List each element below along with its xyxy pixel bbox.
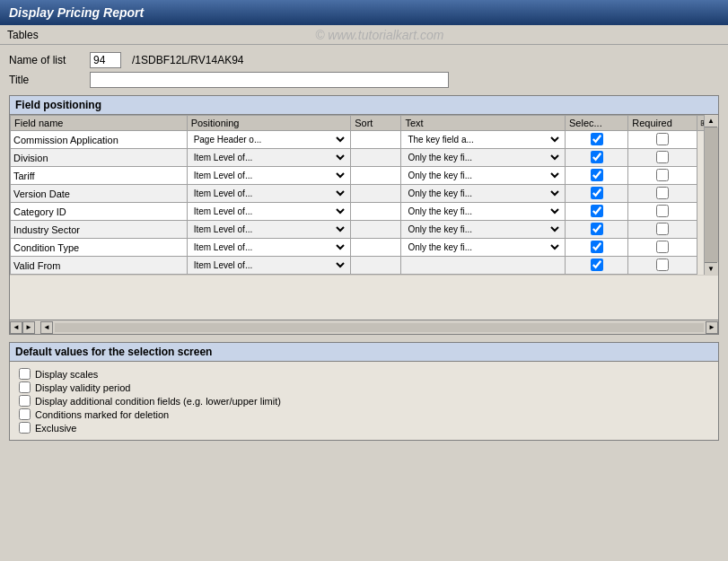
cell-required[interactable] xyxy=(628,185,697,203)
selected-checkbox[interactable] xyxy=(591,259,603,271)
menu-item-tables[interactable]: Tables xyxy=(7,29,39,41)
default-checkbox[interactable] xyxy=(19,395,31,407)
default-checkbox[interactable] xyxy=(19,368,31,380)
positioning-select[interactable]: Item Level of... xyxy=(190,206,348,217)
required-checkbox[interactable] xyxy=(656,241,669,253)
selected-checkbox[interactable] xyxy=(591,223,603,235)
positioning-select[interactable]: Page Header o... xyxy=(190,134,348,145)
cell-required[interactable] xyxy=(628,149,697,167)
required-checkbox[interactable] xyxy=(656,205,669,217)
cell-positioning[interactable]: Page Header o... xyxy=(187,131,351,149)
selected-checkbox[interactable] xyxy=(591,205,603,217)
selected-checkbox[interactable] xyxy=(591,133,603,145)
cell-sort xyxy=(351,167,401,185)
scroll-down-btn[interactable]: ▼ xyxy=(705,262,717,275)
text-select[interactable]: Only the key fi... xyxy=(404,241,562,253)
positioning-select[interactable]: Item Level of... xyxy=(190,224,348,235)
col-header-sort: Sort xyxy=(351,116,401,131)
horizontal-scroll[interactable]: ◄ ► ◄ ► xyxy=(10,320,718,334)
positioning-select[interactable]: Item Level of... xyxy=(190,152,348,163)
cell-positioning[interactable]: Item Level of... xyxy=(187,185,351,203)
cell-required[interactable] xyxy=(628,239,697,257)
default-checkbox-row: Display additional condition fields (e.g… xyxy=(10,394,718,408)
title-bar: Display Pricing Report xyxy=(0,0,728,25)
table-row: TariffItem Level of...Only the key fi... xyxy=(11,167,718,185)
cell-selected[interactable] xyxy=(566,149,628,167)
cell-required[interactable] xyxy=(628,203,697,221)
cell-positioning[interactable]: Item Level of... xyxy=(187,257,351,275)
default-checkbox[interactable] xyxy=(19,381,31,393)
default-checkbox[interactable] xyxy=(19,408,31,420)
required-checkbox[interactable] xyxy=(656,151,669,163)
positioning-select[interactable]: Item Level of... xyxy=(190,188,348,199)
cell-selected[interactable] xyxy=(566,257,628,275)
text-select[interactable]: Only the key fi... xyxy=(404,224,562,235)
cell-positioning[interactable]: Item Level of... xyxy=(187,239,351,257)
cell-text[interactable]: Only the key fi... xyxy=(401,149,566,167)
cell-text[interactable] xyxy=(401,257,566,275)
h-scroll-left-btn[interactable]: ◄ xyxy=(40,321,53,334)
cell-text[interactable]: Only the key fi... xyxy=(401,185,566,203)
cell-sort xyxy=(351,257,401,275)
positioning-select[interactable]: Item Level of... xyxy=(190,170,348,181)
default-values-header: Default values for the selection screen xyxy=(10,343,718,362)
cell-text[interactable]: Only the key fi... xyxy=(401,203,566,221)
cell-selected[interactable] xyxy=(566,203,628,221)
table-row: DivisionItem Level of...Only the key fi.… xyxy=(11,149,718,167)
cell-positioning[interactable]: Item Level of... xyxy=(187,149,351,167)
cell-sort xyxy=(351,131,401,149)
table-row: Commission ApplicationPage Header o...Th… xyxy=(11,131,718,149)
required-checkbox[interactable] xyxy=(656,187,669,199)
cell-sort xyxy=(351,203,401,221)
required-checkbox[interactable] xyxy=(656,133,669,145)
default-checkbox[interactable] xyxy=(19,422,31,434)
text-select[interactable]: Only the key fi... xyxy=(404,170,562,181)
cell-sort xyxy=(351,221,401,239)
h-scroll-right-btn[interactable]: ► xyxy=(706,321,718,334)
name-of-list-path: /1SDBF12L/RV14AK94 xyxy=(132,54,244,66)
h-scroll-left-nav[interactable]: ◄ xyxy=(10,321,22,334)
window-title: Display Pricing Report xyxy=(9,5,144,20)
text-select[interactable]: Only the key fi... xyxy=(404,206,562,217)
positioning-select[interactable]: Item Level of... xyxy=(190,259,348,271)
cell-selected[interactable] xyxy=(566,239,628,257)
scroll-up-btn[interactable]: ▲ xyxy=(705,115,717,127)
name-of-list-input[interactable] xyxy=(90,52,121,68)
cell-text[interactable]: Only the key fi... xyxy=(401,167,566,185)
cell-fieldname: Valid From xyxy=(11,257,188,275)
cell-positioning[interactable]: Item Level of... xyxy=(187,203,351,221)
cell-required[interactable] xyxy=(628,131,697,149)
cell-selected[interactable] xyxy=(566,185,628,203)
text-select[interactable]: Only the key fi... xyxy=(404,152,562,163)
cell-text[interactable]: Only the key fi... xyxy=(401,239,566,257)
default-checkbox-label: Exclusive xyxy=(35,423,76,434)
text-select[interactable]: Only the key fi... xyxy=(404,188,562,199)
positioning-select[interactable]: Item Level of... xyxy=(190,241,348,253)
default-checkbox-row: Exclusive xyxy=(10,421,718,434)
cell-text[interactable]: The key field a... xyxy=(401,131,566,149)
cell-positioning[interactable]: Item Level of... xyxy=(187,221,351,239)
col-header-required: Required xyxy=(628,116,697,131)
title-input[interactable] xyxy=(90,72,449,88)
selected-checkbox[interactable] xyxy=(591,187,603,199)
selected-checkbox[interactable] xyxy=(591,241,603,253)
cell-fieldname: Industry Sector xyxy=(11,221,188,239)
cell-required[interactable] xyxy=(628,167,697,185)
cell-positioning[interactable]: Item Level of... xyxy=(187,167,351,185)
cell-text[interactable]: Only the key fi... xyxy=(401,221,566,239)
text-select[interactable]: The key field a... xyxy=(404,134,562,145)
cell-required[interactable] xyxy=(628,257,697,275)
cell-selected[interactable] xyxy=(566,131,628,149)
required-checkbox[interactable] xyxy=(656,223,669,235)
table-row: Category IDItem Level of...Only the key … xyxy=(11,203,718,221)
cell-required[interactable] xyxy=(628,221,697,239)
h-scroll-right-nav[interactable]: ► xyxy=(22,321,35,334)
required-checkbox[interactable] xyxy=(656,169,669,181)
vertical-scrollbar[interactable]: ▲ ▼ xyxy=(704,115,718,275)
selected-checkbox[interactable] xyxy=(591,169,603,181)
cell-fieldname: Commission Application xyxy=(11,131,188,149)
cell-selected[interactable] xyxy=(566,167,628,185)
selected-checkbox[interactable] xyxy=(591,151,603,163)
required-checkbox[interactable] xyxy=(656,259,669,271)
cell-selected[interactable] xyxy=(566,221,628,239)
